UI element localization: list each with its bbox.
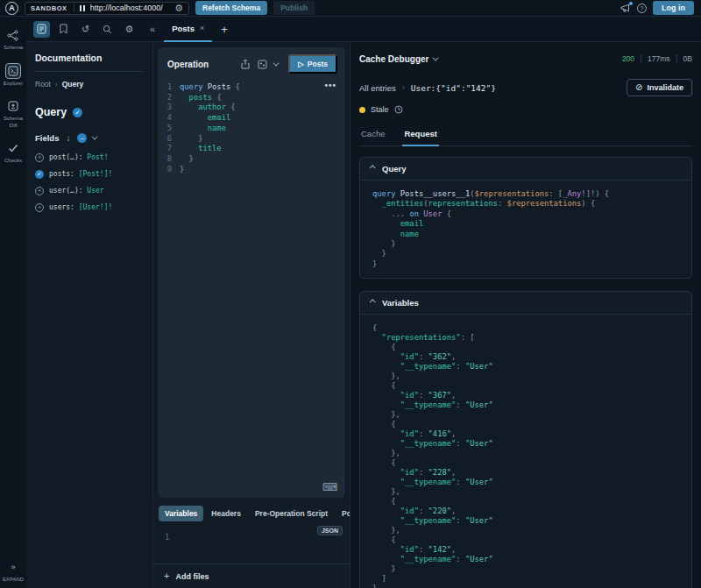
cache-request-tabs: Cache Request bbox=[359, 124, 692, 146]
publish-button[interactable]: Publish bbox=[273, 1, 315, 15]
clock-icon[interactable] bbox=[394, 105, 403, 114]
schema-branch-icon bbox=[5, 27, 21, 43]
sidebar-item-checks[interactable]: Checks bbox=[4, 140, 22, 165]
operation-bottom-tabs: Variables Headers Pre-Operation Script P… bbox=[153, 501, 350, 524]
tab-headers[interactable]: Headers bbox=[205, 506, 247, 521]
variables-section-card: Variables { "representations": [ { "id":… bbox=[359, 291, 692, 588]
stale-status: Stale bbox=[359, 103, 692, 117]
save-collection-icon[interactable] bbox=[258, 60, 267, 69]
type-selected-check-icon[interactable]: ✓ bbox=[73, 108, 82, 117]
tab-post-operation-script[interactable]: Post-Operation Script bbox=[336, 506, 350, 521]
chevron-down-icon[interactable] bbox=[275, 62, 280, 67]
search-icon[interactable] bbox=[99, 21, 116, 38]
sidebar-item-explorer[interactable]: Explorer bbox=[4, 63, 23, 88]
request-detail-scroll[interactable]: Query query Posts__users__1($representat… bbox=[359, 157, 692, 588]
breadcrumb-root[interactable]: Root bbox=[35, 80, 51, 89]
all-entries-link[interactable]: All entries bbox=[359, 83, 396, 93]
double-chevron-right-icon: » bbox=[5, 559, 21, 575]
sort-descending-icon[interactable]: ↓ bbox=[66, 133, 70, 143]
filter-minus-icon[interactable]: – bbox=[77, 133, 87, 143]
login-button[interactable]: Log in bbox=[653, 1, 694, 15]
response-size: 0B bbox=[683, 54, 692, 63]
left-nav-rail: Schema Explorer Schema Diff Checks bbox=[0, 17, 26, 588]
operation-bottom-panel: Variables Headers Pre-Operation Script P… bbox=[153, 501, 350, 588]
connection-settings-gear-icon[interactable]: ⚙ bbox=[174, 4, 183, 13]
sidebar-item-schema-diff[interactable]: Schema Diff bbox=[0, 98, 26, 129]
breadcrumb-current: Query bbox=[62, 80, 84, 89]
history-icon[interactable]: ↺ bbox=[77, 21, 94, 38]
field-selected-check-icon[interactable]: ✓ bbox=[35, 170, 44, 179]
chevron-down-icon[interactable] bbox=[92, 134, 98, 140]
tab-variables[interactable]: Variables bbox=[159, 506, 203, 521]
run-operation-button[interactable]: ▷ Posts bbox=[288, 54, 337, 74]
tab-request[interactable]: Request bbox=[402, 124, 438, 146]
response-duration: 177ms bbox=[648, 54, 670, 63]
line-number: 1 bbox=[165, 533, 169, 542]
field-item-user[interactable]: + user(…): User bbox=[35, 186, 144, 195]
status-code: 200 bbox=[622, 54, 634, 63]
documentation-panel-toggle-icon[interactable] bbox=[33, 21, 50, 38]
stale-dot-icon bbox=[359, 107, 365, 113]
add-field-icon[interactable]: + bbox=[35, 203, 44, 212]
explorer-icon bbox=[5, 63, 21, 79]
schema-diff-icon bbox=[5, 98, 21, 114]
cache-entry-key: User:{"id":"142"} bbox=[411, 83, 496, 93]
chevron-down-icon[interactable] bbox=[433, 54, 439, 60]
close-tab-icon[interactable]: × bbox=[200, 24, 204, 32]
query-section-card: Query query Posts__users__1($representat… bbox=[359, 157, 692, 279]
tab-posts[interactable]: Posts × bbox=[164, 17, 212, 42]
help-icon[interactable]: ? bbox=[637, 4, 647, 13]
settings-gear-icon[interactable]: ⚙ bbox=[121, 21, 138, 38]
pause-icon[interactable] bbox=[80, 5, 85, 11]
chevron-right-icon: › bbox=[55, 81, 58, 89]
tab-cache[interactable]: Cache bbox=[359, 124, 386, 145]
add-field-icon[interactable]: + bbox=[35, 187, 44, 195]
new-tab-button[interactable]: + bbox=[221, 23, 228, 36]
keyboard-shortcuts-icon[interactable]: ⌨ bbox=[322, 483, 337, 493]
breadcrumb: Root › Query bbox=[35, 80, 144, 89]
endpoint-url-bar[interactable]: SANDBOX http://localhost:4000/ ⚙ bbox=[25, 2, 189, 15]
documentation-panel: Documentation Root › Query Query ✓ Field… bbox=[26, 42, 153, 588]
tab-pre-operation-script[interactable]: Pre-Operation Script bbox=[249, 506, 334, 521]
query-section-header[interactable]: Query bbox=[360, 158, 691, 181]
field-item-posts[interactable]: ✓ posts: [Post!]! bbox=[35, 169, 144, 179]
cache-debugger-panel: Cache Debugger 200 177ms 0B All entries … bbox=[350, 42, 701, 588]
field-item-users[interactable]: + users: [User!]! bbox=[35, 202, 144, 212]
chevron-right-icon: › bbox=[402, 83, 405, 92]
type-heading: Query bbox=[35, 106, 67, 118]
add-files-button[interactable]: + Add files bbox=[153, 563, 350, 588]
response-panel-title: Cache Debugger bbox=[359, 54, 428, 64]
refetch-schema-button[interactable]: Refetch Schema bbox=[195, 1, 267, 15]
sidebar-item-schema[interactable]: Schema bbox=[4, 27, 23, 52]
sandbox-badge: SANDBOX bbox=[31, 4, 74, 12]
request-query-code: query Posts__users__1($representations: … bbox=[360, 181, 691, 278]
operation-editor[interactable]: ••• ⌨ 1query Posts {2 posts {3 author {4… bbox=[158, 79, 345, 498]
explorer-toolbar: ↺ ⚙ « Posts × + bbox=[26, 17, 701, 42]
operation-title: Operation bbox=[167, 60, 233, 69]
collapse-panel-icon[interactable]: « bbox=[150, 24, 155, 34]
add-field-icon[interactable]: + bbox=[35, 153, 44, 162]
invalidate-button[interactable]: ⊘ Invalidate bbox=[627, 79, 692, 96]
stale-label: Stale bbox=[371, 105, 389, 114]
apollo-sandbox-window: A SANDBOX http://localhost:4000/ ⚙ Refet… bbox=[0, 0, 701, 588]
chevron-up-icon bbox=[370, 300, 376, 306]
checks-icon bbox=[5, 140, 21, 156]
announcements-megaphone-icon[interactable] bbox=[620, 4, 631, 13]
operation-card: Operation ▷ Posts bbox=[158, 47, 345, 498]
variables-editor[interactable]: 1 JSON bbox=[153, 524, 350, 563]
operation-column: Operation ▷ Posts bbox=[153, 42, 350, 588]
slash-circle-icon: ⊘ bbox=[635, 83, 642, 92]
fields-header: Fields ↓ – bbox=[35, 133, 144, 143]
saved-operations-bookmark-icon[interactable] bbox=[55, 21, 72, 38]
plus-icon: + bbox=[164, 571, 169, 581]
expand-nav-button[interactable]: » EXPAND bbox=[3, 559, 24, 584]
operation-menu-icon[interactable]: ••• bbox=[324, 81, 336, 91]
share-icon[interactable] bbox=[241, 59, 250, 69]
notification-dot bbox=[629, 2, 633, 5]
variables-section-header[interactable]: Variables bbox=[360, 292, 691, 315]
apollo-logo-icon: A bbox=[5, 2, 18, 15]
json-mode-badge[interactable]: JSON bbox=[317, 526, 343, 535]
field-item-post[interactable]: + post(…): Post! bbox=[35, 152, 144, 162]
endpoint-url[interactable]: http://localhost:4000/ bbox=[90, 4, 169, 12]
topbar: A SANDBOX http://localhost:4000/ ⚙ Refet… bbox=[0, 0, 701, 17]
